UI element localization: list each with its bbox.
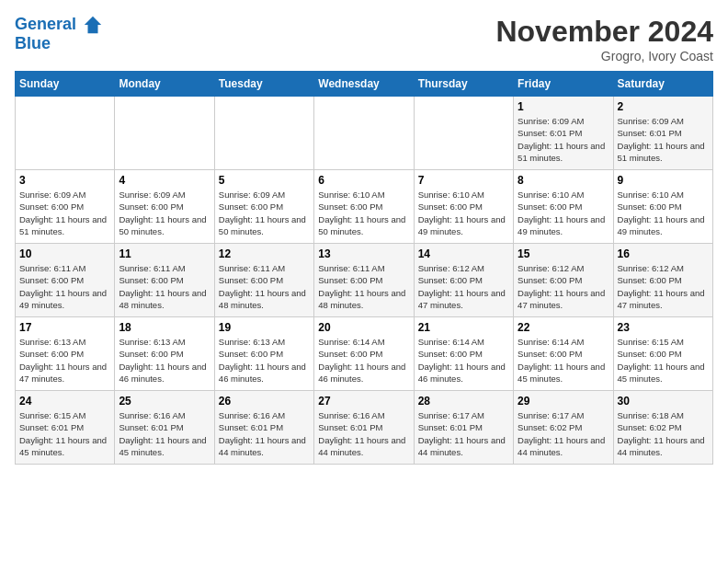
day-detail: Sunrise: 6:14 AM Sunset: 6:00 PM Dayligh…: [318, 336, 409, 385]
calendar-cell: 24Sunrise: 6:15 AM Sunset: 6:01 PM Dayli…: [16, 391, 115, 465]
calendar-week-row: 10Sunrise: 6:11 AM Sunset: 6:00 PM Dayli…: [16, 244, 713, 317]
day-number: 12: [219, 247, 310, 260]
calendar-cell: 9Sunrise: 6:10 AM Sunset: 6:00 PM Daylig…: [613, 170, 712, 244]
day-detail: Sunrise: 6:11 AM Sunset: 6:00 PM Dayligh…: [119, 262, 210, 311]
day-number: 4: [119, 174, 210, 187]
calendar-cell: 26Sunrise: 6:16 AM Sunset: 6:01 PM Dayli…: [214, 391, 313, 465]
day-number: 26: [219, 395, 310, 408]
calendar-cell: 5Sunrise: 6:09 AM Sunset: 6:00 PM Daylig…: [214, 170, 313, 244]
day-number: 25: [119, 395, 210, 408]
calendar-cell: 21Sunrise: 6:14 AM Sunset: 6:00 PM Dayli…: [414, 317, 513, 391]
calendar-cell: 8Sunrise: 6:10 AM Sunset: 6:00 PM Daylig…: [514, 170, 613, 244]
calendar-cell: 18Sunrise: 6:13 AM Sunset: 6:00 PM Dayli…: [115, 317, 214, 391]
day-detail: Sunrise: 6:10 AM Sunset: 6:00 PM Dayligh…: [518, 189, 609, 237]
day-detail: Sunrise: 6:09 AM Sunset: 6:01 PM Dayligh…: [618, 115, 709, 164]
day-detail: Sunrise: 6:09 AM Sunset: 6:00 PM Dayligh…: [19, 189, 110, 237]
day-detail: Sunrise: 6:12 AM Sunset: 6:00 PM Dayligh…: [418, 262, 509, 311]
subtitle: Grogro, Ivory Coast: [495, 49, 713, 63]
day-detail: Sunrise: 6:09 AM Sunset: 6:01 PM Dayligh…: [518, 115, 609, 164]
day-detail: Sunrise: 6:11 AM Sunset: 6:00 PM Dayligh…: [19, 262, 110, 311]
calendar-cell: [16, 97, 115, 170]
weekday-header-friday: Friday: [514, 72, 613, 97]
calendar-week-row: 24Sunrise: 6:15 AM Sunset: 6:01 PM Dayli…: [16, 391, 713, 465]
day-number: 14: [418, 247, 509, 260]
day-detail: Sunrise: 6:17 AM Sunset: 6:01 PM Dayligh…: [418, 409, 509, 458]
day-number: 10: [19, 247, 110, 260]
day-number: 11: [119, 247, 210, 260]
logo-text: General Blue: [15, 15, 103, 53]
day-number: 27: [318, 395, 409, 408]
day-detail: Sunrise: 6:13 AM Sunset: 6:00 PM Dayligh…: [219, 336, 310, 385]
weekday-header-sunday: Sunday: [16, 72, 115, 97]
day-number: 7: [418, 174, 509, 187]
calendar-cell: 11Sunrise: 6:11 AM Sunset: 6:00 PM Dayli…: [115, 244, 214, 317]
day-number: 6: [318, 174, 409, 187]
calendar-cell: 13Sunrise: 6:11 AM Sunset: 6:00 PM Dayli…: [314, 244, 414, 317]
calendar-cell: [414, 97, 513, 170]
calendar-cell: 22Sunrise: 6:14 AM Sunset: 6:00 PM Dayli…: [514, 317, 613, 391]
calendar-cell: 29Sunrise: 6:17 AM Sunset: 6:02 PM Dayli…: [514, 391, 613, 465]
day-number: 5: [219, 174, 310, 187]
calendar-cell: 12Sunrise: 6:11 AM Sunset: 6:00 PM Dayli…: [214, 244, 313, 317]
weekday-header-tuesday: Tuesday: [214, 72, 313, 97]
calendar-cell: 19Sunrise: 6:13 AM Sunset: 6:00 PM Dayli…: [214, 317, 313, 391]
title-area: November 2024 Grogro, Ivory Coast: [495, 15, 713, 63]
weekday-header-monday: Monday: [115, 72, 214, 97]
day-detail: Sunrise: 6:09 AM Sunset: 6:00 PM Dayligh…: [219, 189, 310, 237]
day-detail: Sunrise: 6:10 AM Sunset: 6:00 PM Dayligh…: [618, 189, 709, 237]
calendar-cell: 6Sunrise: 6:10 AM Sunset: 6:00 PM Daylig…: [314, 170, 414, 244]
day-number: 13: [318, 247, 409, 260]
day-detail: Sunrise: 6:12 AM Sunset: 6:00 PM Dayligh…: [518, 262, 609, 311]
calendar-cell: 23Sunrise: 6:15 AM Sunset: 6:00 PM Dayli…: [613, 317, 712, 391]
calendar-cell: 1Sunrise: 6:09 AM Sunset: 6:01 PM Daylig…: [514, 97, 613, 170]
calendar-table: SundayMondayTuesdayWednesdayThursdayFrid…: [15, 71, 713, 465]
day-number: 16: [618, 247, 709, 260]
day-detail: Sunrise: 6:15 AM Sunset: 6:00 PM Dayligh…: [618, 336, 709, 385]
calendar-cell: 16Sunrise: 6:12 AM Sunset: 6:00 PM Dayli…: [613, 244, 712, 317]
day-detail: Sunrise: 6:16 AM Sunset: 6:01 PM Dayligh…: [219, 409, 310, 458]
day-number: 21: [418, 321, 509, 334]
day-detail: Sunrise: 6:10 AM Sunset: 6:00 PM Dayligh…: [318, 189, 409, 237]
day-number: 9: [618, 174, 709, 187]
day-detail: Sunrise: 6:17 AM Sunset: 6:02 PM Dayligh…: [518, 409, 609, 458]
calendar-week-row: 17Sunrise: 6:13 AM Sunset: 6:00 PM Dayli…: [16, 317, 713, 391]
day-number: 22: [518, 321, 609, 334]
day-number: 28: [418, 395, 509, 408]
calendar-cell: 7Sunrise: 6:10 AM Sunset: 6:00 PM Daylig…: [414, 170, 513, 244]
weekday-header-saturday: Saturday: [613, 72, 712, 97]
calendar-cell: [214, 97, 313, 170]
calendar-week-row: 3Sunrise: 6:09 AM Sunset: 6:00 PM Daylig…: [16, 170, 713, 244]
day-number: 30: [618, 395, 709, 408]
calendar-cell: 30Sunrise: 6:18 AM Sunset: 6:02 PM Dayli…: [613, 391, 712, 465]
day-detail: Sunrise: 6:11 AM Sunset: 6:00 PM Dayligh…: [219, 262, 310, 311]
calendar-cell: 20Sunrise: 6:14 AM Sunset: 6:00 PM Dayli…: [314, 317, 414, 391]
logo: General Blue: [15, 15, 103, 53]
calendar-cell: 10Sunrise: 6:11 AM Sunset: 6:00 PM Dayli…: [16, 244, 115, 317]
calendar-cell: 4Sunrise: 6:09 AM Sunset: 6:00 PM Daylig…: [115, 170, 214, 244]
calendar-cell: 14Sunrise: 6:12 AM Sunset: 6:00 PM Dayli…: [414, 244, 513, 317]
day-number: 24: [19, 395, 110, 408]
weekday-header-thursday: Thursday: [414, 72, 513, 97]
day-detail: Sunrise: 6:09 AM Sunset: 6:00 PM Dayligh…: [119, 189, 210, 237]
day-detail: Sunrise: 6:16 AM Sunset: 6:01 PM Dayligh…: [318, 409, 409, 458]
calendar-cell: 27Sunrise: 6:16 AM Sunset: 6:01 PM Dayli…: [314, 391, 414, 465]
calendar-cell: [115, 97, 214, 170]
calendar-header-row: SundayMondayTuesdayWednesdayThursdayFrid…: [16, 72, 713, 97]
day-detail: Sunrise: 6:10 AM Sunset: 6:00 PM Dayligh…: [418, 189, 509, 237]
day-number: 8: [518, 174, 609, 187]
day-number: 23: [618, 321, 709, 334]
day-number: 29: [518, 395, 609, 408]
header: General Blue November 2024 Grogro, Ivory…: [15, 15, 713, 63]
day-number: 17: [19, 321, 110, 334]
calendar-cell: 3Sunrise: 6:09 AM Sunset: 6:00 PM Daylig…: [16, 170, 115, 244]
calendar-cell: 15Sunrise: 6:12 AM Sunset: 6:00 PM Dayli…: [514, 244, 613, 317]
calendar-cell: 17Sunrise: 6:13 AM Sunset: 6:00 PM Dayli…: [16, 317, 115, 391]
day-detail: Sunrise: 6:15 AM Sunset: 6:01 PM Dayligh…: [19, 409, 110, 458]
day-detail: Sunrise: 6:14 AM Sunset: 6:00 PM Dayligh…: [518, 336, 609, 385]
calendar-cell: [314, 97, 414, 170]
day-detail: Sunrise: 6:13 AM Sunset: 6:00 PM Dayligh…: [119, 336, 210, 385]
calendar-body: 1Sunrise: 6:09 AM Sunset: 6:01 PM Daylig…: [16, 97, 713, 465]
day-detail: Sunrise: 6:14 AM Sunset: 6:00 PM Dayligh…: [418, 336, 509, 385]
weekday-header-wednesday: Wednesday: [314, 72, 414, 97]
svg-marker-0: [85, 17, 101, 33]
